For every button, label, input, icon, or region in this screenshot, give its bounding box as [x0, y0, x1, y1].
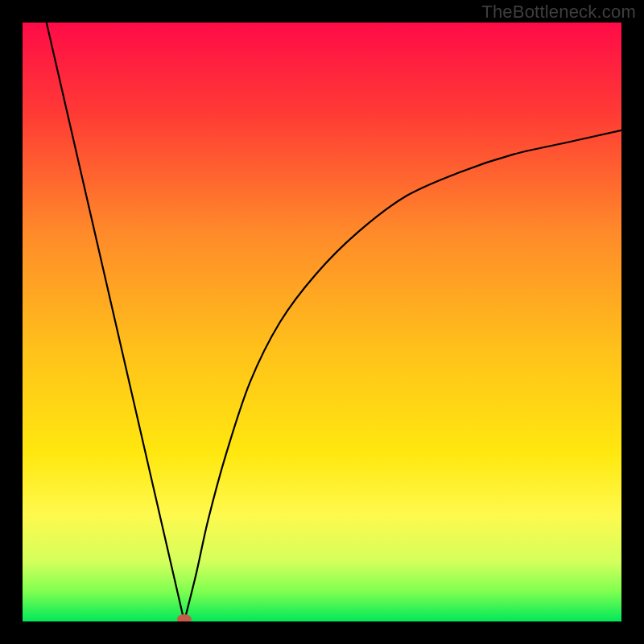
chart-frame — [23, 23, 621, 621]
gradient-background — [23, 23, 621, 621]
watermark-text: TheBottleneck.com — [481, 2, 636, 23]
bottleneck-curve-chart — [23, 23, 621, 621]
